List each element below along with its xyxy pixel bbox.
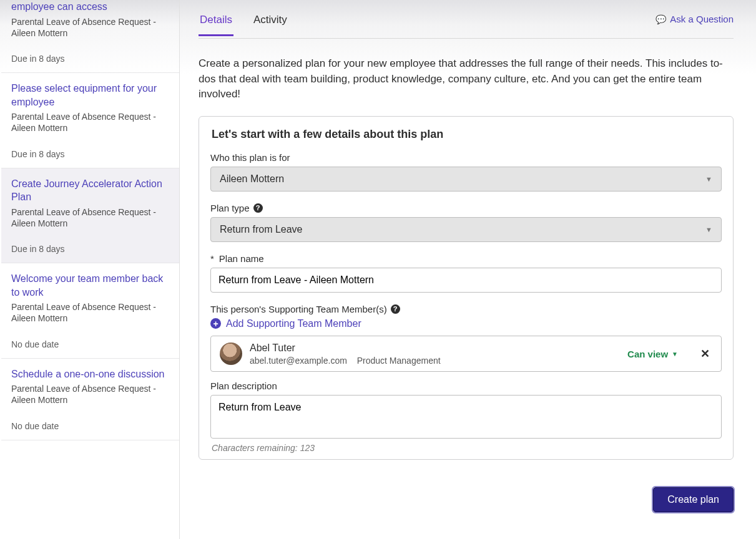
supporting-label-text: This person's Supporting Team Member(s) [210,304,387,314]
sidebar-task-item[interactable]: employee can access Parental Leave of Ab… [1,0,179,73]
sidebar-item-sub: Parental Leave of Absence Request - Aile… [11,383,169,405]
help-icon[interactable]: ? [391,304,400,314]
intro-text: Create a personalized plan for your new … [199,56,734,102]
help-icon[interactable]: ? [253,203,263,213]
sidebar-task-item[interactable]: Please select equipment for your employe… [1,73,179,168]
footer-actions: Create plan [199,487,734,512]
supporting-member-row: Abel Tuter abel.tuter@example.com Produc… [210,336,722,372]
sidebar-item-title: employee can access [11,0,169,14]
permission-label: Can view [627,349,668,359]
sidebar-item-sub: Parental Leave of Absence Request - Aile… [11,111,169,134]
plan-type-label-text: Plan type [210,203,250,213]
plan-type-select[interactable]: Return from Leave ▼ [210,217,722,242]
sidebar-item-due: Due in 8 days [11,54,169,64]
plan-name-label-text: Plan name [219,253,264,264]
plan-type-label: Plan type ? [210,203,722,213]
speech-bubble-icon [655,14,666,24]
sidebar-task-item[interactable]: Schedule a one-on-one discussion Parenta… [1,359,179,440]
plan-name-label: * Plan name [210,253,722,264]
ask-a-question-label: Ask a Question [670,14,734,24]
caret-down-icon: ▼ [705,226,712,233]
tab-activity[interactable]: Activity [252,2,288,36]
plus-circle-icon: + [210,318,221,329]
member-meta: abel.tuter@example.com Product Managemen… [250,355,620,367]
required-mark: * [210,253,214,264]
member-department: Product Management [357,356,441,366]
description-label: Plan description [210,381,722,391]
sidebar-item-due: No due date [11,339,169,349]
sidebar-task-item[interactable]: Create Journey Accelerator Action Plan P… [1,168,179,264]
sidebar-item-sub: Parental Leave of Absence Request - Aile… [11,206,169,229]
description-textarea[interactable] [210,395,722,439]
plan-details-card: Let's start with a few details about thi… [199,116,734,460]
who-for-select[interactable]: Aileen Mottern ▼ [210,167,722,192]
sidebar-item-title: Welcome your team member back to work [11,272,169,299]
create-plan-button[interactable]: Create plan [653,487,734,512]
caret-down-icon: ▼ [705,175,712,183]
sidebar-item-title: Create Journey Accelerator Action Plan [11,177,169,204]
plan-name-input[interactable] [210,268,722,293]
remove-member-button[interactable]: ✕ [698,347,712,361]
plan-type-value: Return from Leave [220,224,303,235]
permission-dropdown[interactable]: Can view ▼ [627,349,678,359]
sidebar-task-item[interactable]: Welcome your team member back to work Pa… [1,263,179,359]
sidebar-item-due: Due in 8 days [11,244,169,254]
sidebar-item-title: Please select equipment for your employe… [11,82,169,109]
add-supporting-member-label: Add Supporting Team Member [226,318,361,329]
who-for-label: Who this plan is for [210,152,722,163]
ask-a-question-link[interactable]: Ask a Question [655,14,734,24]
sidebar-item-title: Schedule a one-on-one discussion [11,367,169,381]
supporting-label: This person's Supporting Team Member(s) … [210,304,722,314]
who-for-value: Aileen Mottern [220,173,284,185]
tab-details[interactable]: Details [199,2,233,36]
sidebar-item-sub: Parental Leave of Absence Request - Aile… [11,301,169,324]
add-supporting-member-button[interactable]: + Add Supporting Team Member [210,318,722,329]
sidebar-item-due: No due date [11,421,169,431]
caret-down-icon: ▼ [672,351,678,357]
characters-remaining: Characters remaining: 123 [212,443,722,453]
card-title: Let's start with a few details about thi… [212,128,722,141]
sidebar-item-due: Due in 8 days [11,149,169,159]
tab-row: Details Activity Ask a Question [199,0,734,39]
member-name: Abel Tuter [250,341,620,355]
sidebar-item-sub: Parental Leave of Absence Request - Aile… [11,16,169,39]
member-text: Abel Tuter abel.tuter@example.com Produc… [250,341,620,366]
main-panel: Details Activity Ask a Question Create a… [180,0,756,539]
avatar [220,342,242,365]
sidebar: employee can access Parental Leave of Ab… [0,0,180,539]
member-email: abel.tuter@example.com [250,356,347,366]
